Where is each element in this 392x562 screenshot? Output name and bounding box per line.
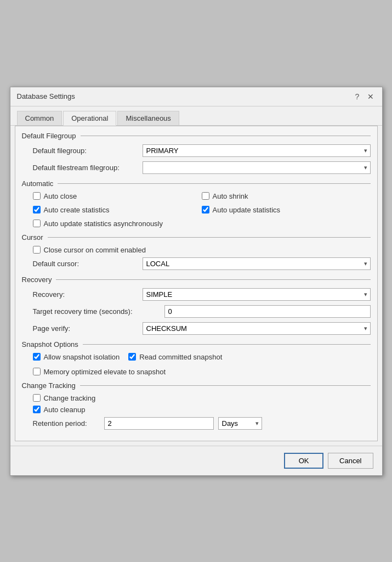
page-verify-select[interactable]: CHECKSUM TORN_PAGE_DETECTION NONE <box>143 322 371 335</box>
auto-cleanup-label[interactable]: Auto cleanup <box>44 406 86 414</box>
section-cursor: Cursor Close cursor on commit enabled De… <box>22 233 371 270</box>
section-snapshot-options: Snapshot Options Allow snapshot isolatio… <box>22 340 371 376</box>
section-automatic: Automatic Auto close Auto shrink Auto cr… <box>22 179 371 228</box>
section-header-default-filegroup: Default Filegroup <box>22 132 371 140</box>
allow-snapshot-label[interactable]: Allow snapshot isolation <box>44 353 120 361</box>
snapshot-checks-row: Allow snapshot isolation Read committed … <box>33 353 371 364</box>
read-committed-row: Read committed snapshot <box>128 353 222 361</box>
section-default-filegroup: Default Filegroup Default filegroup: PRI… <box>22 132 371 174</box>
auto-shrink-label[interactable]: Auto shrink <box>213 192 248 200</box>
page-verify-row: Page verify: CHECKSUM TORN_PAGE_DETECTIO… <box>33 322 371 335</box>
memory-optimized-checkbox[interactable] <box>33 368 41 375</box>
default-filestream-label: Default filestream filegroup: <box>33 164 143 172</box>
help-button[interactable]: ? <box>353 92 362 102</box>
default-cursor-label: Default cursor: <box>33 260 143 268</box>
default-cursor-select-wrapper: LOCAL GLOBAL ▾ <box>143 257 371 270</box>
title-bar-buttons: ? ✕ <box>353 92 376 102</box>
default-filegroup-select-wrapper: PRIMARY ▾ <box>143 144 371 157</box>
cancel-button[interactable]: Cancel <box>328 453 373 469</box>
default-cursor-row: Default cursor: LOCAL GLOBAL ▾ <box>33 257 371 270</box>
auto-create-stats-checkbox[interactable] <box>33 206 41 213</box>
default-filegroup-content: Default filegroup: PRIMARY ▾ Default fil… <box>22 144 371 174</box>
auto-cleanup-checkbox[interactable] <box>33 406 41 413</box>
change-tracking-content: Change tracking Auto cleanup Retention p… <box>22 394 371 430</box>
read-committed-checkbox[interactable] <box>128 353 136 361</box>
read-committed-label[interactable]: Read committed snapshot <box>139 353 222 361</box>
allow-snapshot-row: Allow snapshot isolation <box>33 353 120 361</box>
recovery-select[interactable]: SIMPLE FULL BULK_LOGGED <box>143 288 371 301</box>
title-bar: Database Settings ? ✕ <box>10 87 382 106</box>
close-button[interactable]: ✕ <box>366 92 376 102</box>
main-panel: Default Filegroup Default filegroup: PRI… <box>15 126 378 441</box>
default-cursor-select[interactable]: LOCAL GLOBAL <box>143 257 371 270</box>
recovery-select-wrapper: SIMPLE FULL BULK_LOGGED ▾ <box>143 288 371 301</box>
auto-cleanup-row: Auto cleanup <box>33 406 371 414</box>
auto-shrink-checkbox[interactable] <box>202 192 209 200</box>
dialog-footer: OK Cancel <box>10 446 382 475</box>
recovery-label: Recovery: <box>33 290 143 299</box>
default-filegroup-label: Default filegroup: <box>33 147 143 155</box>
allow-snapshot-checkbox[interactable] <box>33 353 41 361</box>
auto-checks-grid: Auto close Auto shrink Auto create stati… <box>33 192 371 217</box>
close-cursor-label[interactable]: Close cursor on commit enabled <box>44 246 146 254</box>
memory-optimized-row: Memory optimized elevate to snapshot <box>33 368 371 376</box>
default-filegroup-select[interactable]: PRIMARY <box>143 144 371 157</box>
auto-update-stats-row: Auto update statistics <box>202 206 371 214</box>
section-header-automatic: Automatic <box>22 179 371 188</box>
auto-shrink-row: Auto shrink <box>202 192 371 200</box>
snapshot-content: Allow snapshot isolation Read committed … <box>22 353 371 376</box>
target-recovery-row: Target recovery time (seconds): <box>33 305 371 318</box>
auto-close-checkbox[interactable] <box>33 192 41 200</box>
tab-operational[interactable]: Operational <box>63 111 116 126</box>
auto-update-async-label[interactable]: Auto update statistics asynchronously <box>44 220 163 228</box>
auto-update-async-checkbox[interactable] <box>33 220 41 227</box>
default-filestream-select-wrapper: ▾ <box>143 161 371 174</box>
automatic-content: Auto close Auto shrink Auto create stati… <box>22 192 371 228</box>
section-header-snapshot: Snapshot Options <box>22 340 371 349</box>
section-change-tracking: Change Tracking Change tracking Auto cle… <box>22 381 371 430</box>
retention-period-label: Retention period: <box>33 419 104 428</box>
dialog-title: Database Settings <box>17 92 75 100</box>
retention-period-input[interactable] <box>104 417 214 430</box>
close-cursor-row: Close cursor on commit enabled <box>33 246 371 254</box>
section-recovery: Recovery Recovery: SIMPLE FULL BULK_LOGG… <box>22 276 371 335</box>
default-filestream-select[interactable] <box>143 161 371 174</box>
tab-miscellaneous[interactable]: Miscellaneous <box>117 111 179 125</box>
cursor-content: Close cursor on commit enabled Default c… <box>22 246 371 270</box>
recovery-content: Recovery: SIMPLE FULL BULK_LOGGED ▾ Targ… <box>22 288 371 335</box>
page-verify-select-wrapper: CHECKSUM TORN_PAGE_DETECTION NONE ▾ <box>143 322 371 335</box>
auto-close-label[interactable]: Auto close <box>44 192 77 200</box>
auto-create-stats-row: Auto create statistics <box>33 206 202 214</box>
change-tracking-label[interactable]: Change tracking <box>44 394 96 402</box>
section-header-change-tracking: Change Tracking <box>22 381 371 390</box>
target-recovery-label: Target recovery time (seconds): <box>33 307 164 316</box>
auto-update-stats-label[interactable]: Auto update statistics <box>213 206 281 214</box>
auto-close-row: Auto close <box>33 192 202 200</box>
auto-update-async-row: Auto update statistics asynchronously <box>33 220 371 228</box>
retention-unit-select[interactable]: Days Hours Minutes <box>218 417 262 430</box>
tab-common[interactable]: Common <box>17 111 63 125</box>
memory-optimized-label[interactable]: Memory optimized elevate to snapshot <box>44 368 166 376</box>
target-recovery-input[interactable] <box>164 305 371 318</box>
section-header-recovery: Recovery <box>22 276 371 284</box>
retention-unit-select-wrapper: Days Hours Minutes ▾ <box>218 417 262 430</box>
retention-period-row: Retention period: Days Hours Minutes ▾ <box>33 417 371 430</box>
recovery-row: Recovery: SIMPLE FULL BULK_LOGGED ▾ <box>33 288 371 301</box>
database-settings-dialog: Database Settings ? ✕ Common Operational… <box>10 87 383 476</box>
change-tracking-row: Change tracking <box>33 394 371 402</box>
section-header-cursor: Cursor <box>22 233 371 241</box>
ok-button[interactable]: OK <box>284 453 323 469</box>
default-filestream-row: Default filestream filegroup: ▾ <box>33 161 371 174</box>
auto-update-stats-checkbox[interactable] <box>202 206 209 213</box>
tab-bar: Common Operational Miscellaneous <box>10 106 382 126</box>
close-cursor-checkbox[interactable] <box>33 246 41 254</box>
change-tracking-checkbox[interactable] <box>33 394 41 402</box>
auto-create-stats-label[interactable]: Auto create statistics <box>44 206 110 214</box>
page-verify-label: Page verify: <box>33 324 143 333</box>
default-filegroup-row: Default filegroup: PRIMARY ▾ <box>33 144 371 157</box>
